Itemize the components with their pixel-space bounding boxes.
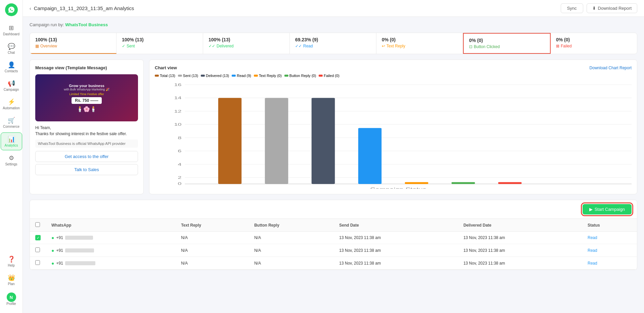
svg-rect-23 xyxy=(452,182,475,184)
row-delivered-date: 13 Nov, 2023 11:38 am xyxy=(458,244,582,257)
sidebar-item-settings[interactable]: ⚙Settings xyxy=(1,152,22,169)
row-checkbox[interactable] xyxy=(35,247,40,252)
stat-sent-label: ✓ Sent xyxy=(122,44,197,48)
row-delivered-date: 13 Nov, 2023 11:38 am xyxy=(458,257,582,270)
sent-icon: ✓ xyxy=(122,44,125,48)
sidebar-item-profile[interactable]: N Profile xyxy=(1,290,22,308)
stat-read[interactable]: 69.23% (9) ✓✓ Read xyxy=(290,33,376,54)
img-subtitle: with Bulk WhatsApp Marketing 🎉 xyxy=(39,88,135,91)
stat-text-reply[interactable]: 0% (0) ↩ Text Reply xyxy=(376,33,463,54)
whatsapp-icon: ● xyxy=(51,248,54,253)
row-btn-reply: N/A xyxy=(249,244,334,257)
sidebar-item-profile-label: Profile xyxy=(6,302,16,306)
stat-delivered-label: ✓✓ Delivered xyxy=(209,44,284,48)
row-send-date: 13 Nov, 2023 11:38 am xyxy=(334,257,458,270)
svg-rect-21 xyxy=(358,128,382,184)
talk-to-sales-button[interactable]: Talk to Sales xyxy=(35,164,138,175)
legend-item: Failed (0) xyxy=(319,74,339,78)
svg-text:8: 8 xyxy=(178,136,182,140)
message-panel: Message view (Template Message) Grow you… xyxy=(30,60,144,194)
contacts-icon: 👤 xyxy=(8,61,15,69)
row-btn-reply: N/A xyxy=(249,232,334,244)
sidebar-item-automation[interactable]: ⚡Automation xyxy=(1,95,22,113)
campaign-icon: 📢 xyxy=(8,80,15,87)
text-reply-icon: ↩ xyxy=(382,44,385,48)
stat-button-clicked[interactable]: 0% (0) ⊡ Button Clicked xyxy=(463,33,551,54)
read-icon: ✓✓ xyxy=(295,44,302,48)
img-price: Rs. 750 —— xyxy=(72,97,101,104)
sidebar-item-commerce[interactable]: 🛒Commerce xyxy=(1,114,22,131)
page-title: Campaign_13_11_2023_11:35_am Analytics xyxy=(34,5,134,11)
stat-sent-value: 100% (13) xyxy=(122,37,197,42)
checked-checkbox[interactable] xyxy=(35,235,41,240)
delivered-icon: ✓✓ xyxy=(209,44,215,48)
sidebar-item-plan-label: Plan xyxy=(8,282,14,286)
svg-text:10: 10 xyxy=(174,123,182,126)
img-offer-text: Limited Time Festive offer xyxy=(39,92,135,96)
stat-btn-clicked-value: 0% (0) xyxy=(469,38,545,43)
legend-item: Sent (13) xyxy=(178,74,198,78)
sidebar-item-contacts[interactable]: 👤Contacts xyxy=(1,58,22,76)
stat-delivered[interactable]: 100% (13) ✓✓ Delivered xyxy=(203,33,290,54)
start-campaign-icon: ▶ xyxy=(589,207,593,212)
settings-icon: ⚙ xyxy=(9,154,14,162)
dashboard-icon: ⊞ xyxy=(9,24,14,32)
automation-icon: ⚡ xyxy=(8,98,15,106)
sidebar-item-campaign[interactable]: 📢Campaign xyxy=(1,77,22,94)
row-checkbox-cell[interactable] xyxy=(30,257,46,270)
legend-item: Button Reply (0) xyxy=(284,74,316,78)
sync-button[interactable]: Sync xyxy=(561,3,583,13)
row-checkbox[interactable] xyxy=(35,260,40,265)
chart-svg: 16 14 12 10 8 6 4 2 0 xyxy=(165,81,632,189)
avatar: N xyxy=(7,292,16,302)
legend-item: Read (9) xyxy=(232,74,251,78)
stat-read-label: ✓✓ Read xyxy=(295,44,371,48)
sidebar-item-analytics[interactable]: 📊Analytics xyxy=(1,132,22,150)
svg-text:0: 0 xyxy=(178,182,182,186)
row-whatsapp: ● +91 xyxy=(46,232,176,244)
start-campaign-button[interactable]: ▶ Start Campaign xyxy=(583,204,632,214)
stat-sent[interactable]: 100% (13) ✓ Sent xyxy=(117,33,203,54)
row-status: Read xyxy=(582,232,637,244)
sidebar-item-dashboard[interactable]: ⊞Dashboard xyxy=(1,22,22,39)
chart-header: Chart view Download Chart Report xyxy=(155,65,632,70)
stat-overview-label: ▦ Overview xyxy=(35,44,111,48)
analytics-icon: 📊 xyxy=(8,135,15,143)
svg-text:16: 16 xyxy=(174,83,182,87)
svg-text:12: 12 xyxy=(174,109,182,113)
legend-dot xyxy=(201,75,205,77)
stat-failed[interactable]: 0% (0) ⊠ Failed xyxy=(551,33,637,54)
chart-title: Chart view xyxy=(155,65,177,70)
legend-dot xyxy=(232,75,236,77)
stat-overview[interactable]: 100% (13) ▦ Overview xyxy=(30,33,117,54)
select-all-checkbox[interactable] xyxy=(35,222,40,227)
chart-area: 16 14 12 10 8 6 4 2 0 xyxy=(155,81,632,189)
download-chart-link[interactable]: Download Chart Report xyxy=(590,66,632,70)
chat-icon: 💬 xyxy=(8,43,15,50)
campaign-table: WhatsApp Text Reply Button Reply Send Da… xyxy=(30,219,637,270)
stat-read-value: 69.23% (9) xyxy=(295,37,371,42)
sidebar-item-chat[interactable]: 💬Chat xyxy=(1,40,22,57)
download-report-button[interactable]: ⬇ Download Report xyxy=(587,3,637,13)
table-area: ▶ Start Campaign WhatsApp Text Reply But… xyxy=(30,200,637,270)
phone-number-blur xyxy=(65,261,95,265)
sidebar-item-help[interactable]: ❓ Help xyxy=(1,253,22,270)
stat-delivered-value: 100% (13) xyxy=(209,37,284,42)
sidebar-bottom: ❓ Help 👑 Plan N Profile xyxy=(1,253,22,310)
svg-rect-24 xyxy=(498,182,522,184)
row-checkbox-cell[interactable] xyxy=(30,244,46,257)
failed-icon: ⊠ xyxy=(556,44,559,48)
campaign-run-by: Campaign run by: WhatsTool Business xyxy=(30,22,637,27)
row-btn-reply: N/A xyxy=(249,257,334,270)
sidebar-item-plan[interactable]: 👑 Plan xyxy=(1,271,22,288)
whatsapp-icon: ● xyxy=(51,261,54,266)
svg-text:14: 14 xyxy=(174,96,182,100)
get-access-button[interactable]: Get access to the offer xyxy=(35,151,138,162)
col-delivered-date: Delivered Date xyxy=(458,219,582,232)
stat-text-reply-label: ↩ Text Reply xyxy=(382,44,457,48)
app-logo[interactable] xyxy=(5,3,18,16)
row-delivered-date: 13 Nov, 2023 11:38 am xyxy=(458,232,582,244)
row-checkbox-cell[interactable] xyxy=(30,232,46,244)
back-button[interactable]: ‹ xyxy=(30,6,31,11)
row-text-reply: N/A xyxy=(176,257,249,270)
